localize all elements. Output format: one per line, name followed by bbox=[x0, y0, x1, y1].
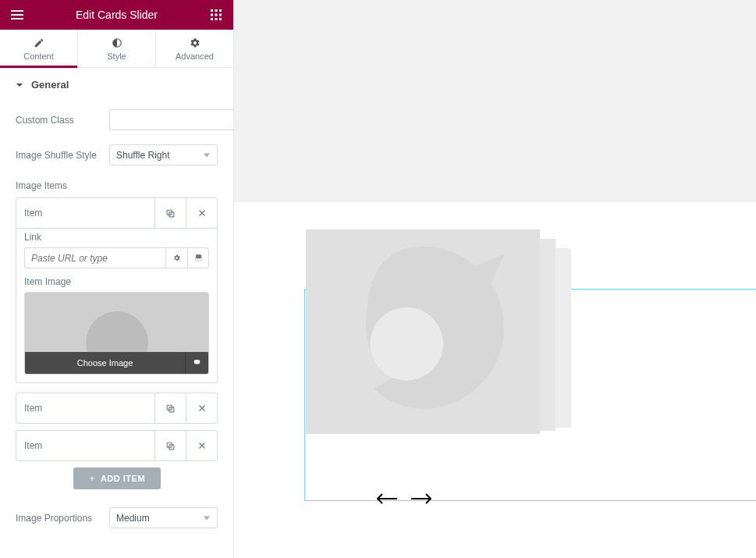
image-preview[interactable] bbox=[25, 293, 208, 352]
svg-rect-11 bbox=[219, 18, 222, 20]
menu-button[interactable] bbox=[8, 5, 27, 24]
svg-rect-10 bbox=[215, 18, 217, 20]
item-2-duplicate[interactable] bbox=[154, 431, 186, 460]
image-shuffle-select[interactable]: Shuffle Right bbox=[109, 144, 218, 165]
custom-class-label: Custom Class bbox=[16, 115, 109, 126]
add-item-button[interactable]: ADD ITEM bbox=[73, 467, 161, 489]
card-1 bbox=[306, 229, 540, 434]
database-icon bbox=[193, 359, 201, 368]
close-icon bbox=[197, 441, 207, 450]
svg-rect-3 bbox=[211, 9, 213, 12]
item-0-duplicate[interactable] bbox=[154, 198, 186, 228]
tabs: Content Style Advanced bbox=[0, 30, 233, 68]
svg-rect-1 bbox=[11, 14, 23, 16]
style-icon bbox=[112, 37, 122, 48]
item-image-label: Item Image bbox=[24, 276, 209, 287]
tab-content-label: Content bbox=[23, 52, 54, 61]
image-chooser: Choose Image bbox=[24, 292, 209, 375]
image-shuffle-value: Shuffle Right bbox=[116, 150, 170, 161]
hamburger-icon bbox=[11, 9, 23, 21]
link-label: Link bbox=[24, 232, 209, 243]
item-0-remove[interactable] bbox=[186, 198, 217, 228]
item-1-remove[interactable] bbox=[186, 393, 217, 423]
svg-rect-5 bbox=[219, 9, 222, 12]
image-dynamic[interactable] bbox=[185, 352, 208, 374]
grid-icon bbox=[211, 9, 222, 20]
caret-down-icon bbox=[16, 81, 23, 89]
sidebar-header: Edit Cards Slider bbox=[0, 0, 233, 30]
svg-rect-2 bbox=[11, 18, 23, 20]
svg-rect-6 bbox=[211, 14, 213, 16]
gear-icon bbox=[172, 254, 181, 262]
item-0-toggle[interactable]: Item bbox=[16, 198, 154, 228]
tab-content[interactable]: Content bbox=[0, 30, 78, 67]
item-0-name: Item bbox=[24, 208, 42, 219]
choose-image-button[interactable]: Choose Image bbox=[25, 352, 185, 374]
svg-rect-0 bbox=[11, 10, 23, 12]
image-proportions-select[interactable]: Medium bbox=[109, 507, 218, 528]
tab-advanced[interactable]: Advanced bbox=[156, 30, 233, 67]
item-1-duplicate[interactable] bbox=[154, 393, 186, 423]
copy-icon bbox=[165, 441, 176, 451]
tab-advanced-label: Advanced bbox=[176, 52, 214, 61]
arrow-left-icon bbox=[376, 493, 398, 504]
svg-rect-9 bbox=[211, 18, 213, 20]
svg-rect-4 bbox=[215, 9, 217, 12]
copy-icon bbox=[165, 208, 176, 219]
plus-icon bbox=[88, 474, 96, 482]
tab-style-label: Style bbox=[107, 52, 126, 61]
item-1-name: Item bbox=[24, 403, 42, 414]
editor-sidebar: Edit Cards Slider Content Style Advanced bbox=[0, 0, 234, 558]
item-2-name: Item bbox=[24, 440, 42, 451]
link-options[interactable] bbox=[165, 247, 187, 268]
image-items-label: Image Items bbox=[0, 172, 233, 191]
tab-style[interactable]: Style bbox=[78, 30, 156, 67]
canvas-header-area bbox=[234, 0, 756, 202]
prev-arrow[interactable] bbox=[376, 493, 398, 507]
placeholder-avatar-icon bbox=[86, 311, 148, 352]
image-proportions-label: Image Proportions bbox=[16, 513, 109, 524]
item-2-toggle[interactable]: Item bbox=[16, 431, 154, 460]
panel-body: General Custom Class Image Shuffle Style… bbox=[0, 68, 233, 558]
close-icon bbox=[197, 403, 207, 413]
close-icon bbox=[197, 208, 207, 218]
panel-title: Edit Cards Slider bbox=[76, 9, 158, 21]
item-0-body: Link Item Image bbox=[16, 222, 218, 383]
next-arrow[interactable] bbox=[410, 493, 432, 507]
placeholder-image-icon bbox=[321, 230, 524, 433]
image-proportions-value: Medium bbox=[116, 513, 150, 524]
item-2-remove[interactable] bbox=[186, 431, 217, 460]
copy-icon bbox=[165, 403, 176, 414]
preview-canvas bbox=[234, 0, 756, 558]
link-dynamic[interactable] bbox=[187, 247, 209, 268]
section-general[interactable]: General bbox=[0, 68, 233, 102]
gear-icon bbox=[190, 37, 201, 48]
database-icon bbox=[194, 254, 203, 262]
svg-rect-8 bbox=[219, 14, 222, 16]
svg-rect-7 bbox=[215, 14, 217, 16]
item-1-toggle[interactable]: Item bbox=[16, 393, 154, 423]
section-general-label: General bbox=[31, 79, 69, 91]
svg-point-22 bbox=[370, 307, 443, 381]
link-input[interactable] bbox=[24, 247, 165, 268]
image-shuffle-label: Image Shuffle Style bbox=[16, 150, 109, 161]
arrow-right-icon bbox=[410, 493, 432, 504]
apps-button[interactable] bbox=[207, 5, 225, 24]
pencil-icon bbox=[34, 37, 44, 48]
custom-class-input[interactable] bbox=[109, 109, 233, 130]
